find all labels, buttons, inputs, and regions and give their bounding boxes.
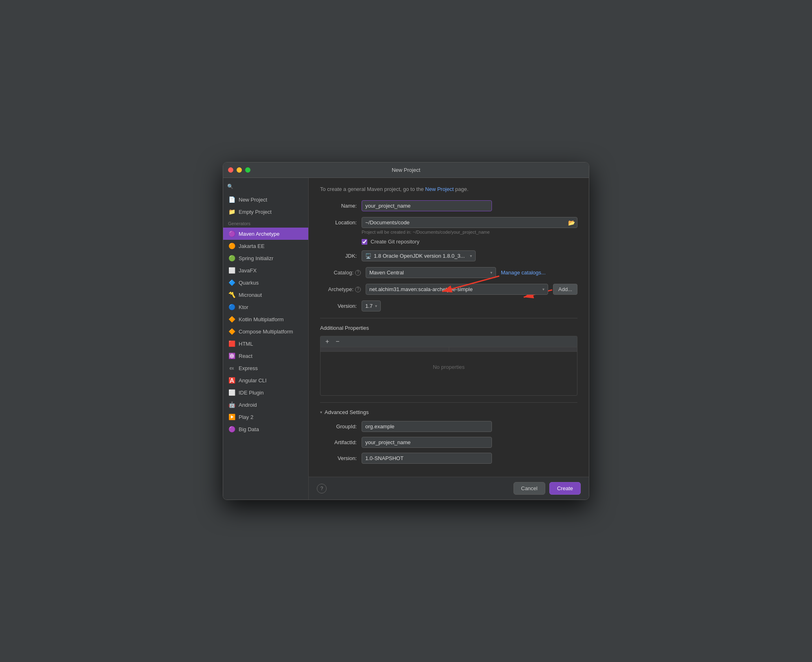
footer: ? Cancel Create [309,477,589,500]
help-button[interactable]: ? [317,484,327,493]
window-body: 🔍 📄 New Project 📁 Empty Project Generato… [223,178,589,500]
sidebar-item-ktor[interactable]: 🔵 Ktor [223,301,308,313]
sidebar-item-android[interactable]: 🤖 Android [223,399,308,411]
archetype-help-icon[interactable]: ? [355,287,361,292]
version-dropdown[interactable]: 1.7 ▾ [362,300,381,311]
name-input[interactable] [362,200,492,211]
section-divider-1 [320,318,577,318]
express-icon: ex [228,364,235,372]
location-label: Location: [320,219,357,226]
sidebar: 🔍 📄 New Project 📁 Empty Project Generato… [223,178,309,500]
jdk-value: 1.8 Oracle OpenJDK version 1.8.0_3... [374,253,465,259]
groupid-label: GroupId: [320,423,357,430]
sidebar-item-label: Ktor [239,304,248,310]
sidebar-item-html[interactable]: 🟥 HTML [223,338,308,350]
sidebar-item-label: New Project [239,197,267,203]
micronaut-icon: 〽️ [228,291,235,298]
sidebar-item-compose-multiplatform[interactable]: 🔶 Compose Multiplatform [223,325,308,338]
location-input[interactable] [362,217,577,228]
info-suffix: page. [455,186,469,192]
sidebar-item-javafx[interactable]: ⬜ JavaFX [223,264,308,276]
jdk-label: JDK: [320,253,357,259]
create-git-label[interactable]: Create Git repository [371,239,419,245]
sidebar-item-play2[interactable]: ▶️ Play 2 [223,411,308,423]
sidebar-item-quarkus[interactable]: 🔷 Quarkus [223,276,308,289]
properties-col-name [320,347,449,351]
sidebar-search-row[interactable]: 🔍 [223,181,308,192]
sidebar-item-ide-plugin[interactable]: ⬜ IDE Plugin [223,386,308,399]
advanced-settings-label: Advanced Settings [325,409,369,415]
sidebar-item-label: Empty Project [239,209,272,215]
big-data-icon: 🟣 [228,425,235,433]
groupid-input[interactable] [362,421,492,432]
empty-project-icon: 📁 [228,208,235,215]
version-value: 1.7 [365,303,373,309]
additional-properties-title: Additional Properties [320,325,577,331]
properties-table: No properties [320,347,577,396]
sidebar-item-express[interactable]: ex Express [223,362,308,374]
spring-initializr-icon: 🟢 [228,254,235,262]
version-label: Version: [320,303,357,309]
ide-plugin-icon: ⬜ [228,389,235,396]
new-project-link[interactable]: New Project [425,186,454,192]
close-button[interactable] [228,167,233,173]
remove-property-button[interactable]: − [334,338,341,345]
artifactid-input[interactable] [362,437,492,448]
sidebar-item-angular-cli[interactable]: 🅰️ Angular CLI [223,374,308,386]
folder-browse-icon[interactable]: 📂 [568,219,575,226]
groupid-row: GroupId: [320,421,577,432]
version-adv-input[interactable] [362,453,492,464]
catalog-label-wrap: Catalog: ? [320,270,361,276]
sidebar-item-micronaut[interactable]: 〽️ Micronaut [223,289,308,301]
manage-catalogs-link[interactable]: Manage catalogs... [501,270,546,276]
sidebar-item-label: Quarkus [239,280,259,286]
sidebar-item-label: Big Data [239,426,259,432]
sidebar-item-label: JavaFX [239,267,257,274]
jakarta-ee-icon: 🟠 [228,242,235,250]
new-project-icon: 📄 [228,196,235,203]
create-button[interactable]: Create [549,482,581,495]
html-icon: 🟥 [228,340,235,347]
new-project-window: New Project 🔍 📄 New Project 📁 Empty Proj… [223,162,589,500]
sidebar-item-new-project[interactable]: 📄 New Project [223,193,308,206]
sidebar-item-empty-project[interactable]: 📁 Empty Project [223,206,308,218]
sidebar-item-maven-archetype[interactable]: 🟣 Maven Archetype [223,228,308,240]
archetype-label-wrap: Archetype: ? [320,286,361,292]
cancel-button[interactable]: Cancel [514,482,545,495]
create-git-checkbox[interactable] [362,239,367,245]
advanced-settings-header[interactable]: ▾ Advanced Settings [320,409,577,415]
main-panel: To create a general Maven project, go to… [309,178,589,477]
version-adv-row: Version: [320,453,577,464]
sidebar-item-big-data[interactable]: 🟣 Big Data [223,423,308,435]
sidebar-item-react[interactable]: ⚛️ React [223,350,308,362]
minimize-button[interactable] [237,167,242,173]
sidebar-item-label: Android [239,402,257,408]
info-prefix: To create a general Maven project, go to… [320,186,424,192]
add-archetype-button[interactable]: Add... [553,284,577,295]
compose-multiplatform-icon: 🔶 [228,328,235,335]
sidebar-item-label: Kotlin Multiplatform [239,316,284,322]
sidebar-item-kotlin-multiplatform[interactable]: 🔶 Kotlin Multiplatform [223,313,308,325]
catalog-label: Catalog: [334,270,353,276]
sidebar-item-jakarta-ee[interactable]: 🟠 Jakarta EE [223,240,308,252]
location-input-wrap: 📂 [362,217,577,228]
catalog-dropdown[interactable]: Maven Central ▾ [366,267,496,278]
jdk-dropdown-arrow: ▾ [470,254,472,258]
quarkus-icon: 🔷 [228,279,235,286]
generators-section-label: Generators [223,218,308,228]
catalog-help-icon[interactable]: ? [355,270,361,276]
info-text: To create a general Maven project, go to… [320,186,577,192]
maximize-button[interactable] [245,167,250,173]
catalog-row: Catalog: ? Maven Central ▾ Manage catalo… [320,267,577,278]
version-adv-label: Version: [320,455,357,461]
search-icon: 🔍 [227,184,233,189]
play2-icon: ▶️ [228,413,235,421]
advanced-chevron-icon: ▾ [320,410,322,414]
add-property-button[interactable]: + [324,338,331,345]
react-icon: ⚛️ [228,352,235,359]
android-icon: 🤖 [228,401,235,408]
jdk-dropdown[interactable]: 🖥️ 1.8 Oracle OpenJDK version 1.8.0_3...… [362,250,476,261]
sidebar-item-label: React [239,353,252,359]
archetype-dropdown[interactable]: net.alchim31.maven:scala-archetype-simpl… [366,284,548,295]
sidebar-item-spring-initializr[interactable]: 🟢 Spring Initializr [223,252,308,264]
